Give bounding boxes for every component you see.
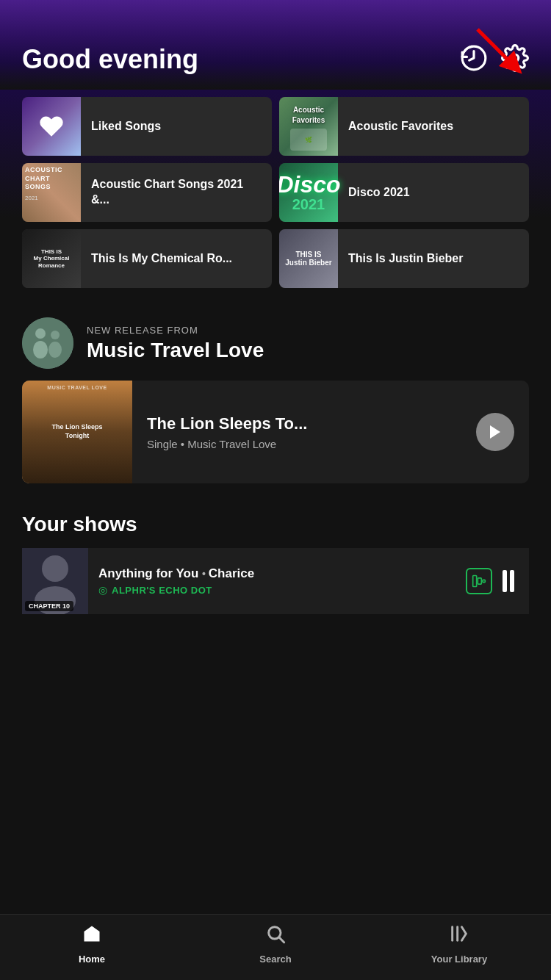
grid-item-acoustic-favorites[interactable]: AcousticFavorites 🌿 Acoustic Favorites	[279, 97, 529, 156]
home-label: Home	[79, 954, 105, 965]
svg-point-8	[48, 342, 62, 358]
svg-rect-15	[483, 580, 485, 582]
echo-dot-icon: ◎	[98, 584, 107, 596]
your-shows-section: Your shows CHAPTER 10 Anything for You •…	[0, 491, 551, 621]
acoustic-chart-label: Acoustic Chart Songs 2021 &...	[81, 177, 272, 208]
grid-item-bieber[interactable]: THIS ISJustin Bieber This Is Justin Bieb…	[279, 229, 529, 288]
acoustic-chart-thumb: ACOUSTICCHARTSONGS 2021	[22, 163, 81, 222]
chapter-badge: CHAPTER 10	[25, 601, 73, 611]
search-icon	[265, 923, 286, 949]
history-icon[interactable]	[460, 44, 488, 75]
new-release-card[interactable]: MUSIC TRAVEL LOVE The Lion SleepsTonight…	[22, 381, 529, 483]
grid-item-acoustic-chart[interactable]: ACOUSTICCHARTSONGS 2021 Acoustic Chart S…	[22, 163, 272, 222]
quick-grid: Liked Songs AcousticFavorites 🌿 Acoustic…	[22, 97, 529, 288]
your-shows-title: Your shows	[22, 513, 529, 536]
acoustic-favorites-label: Acoustic Favorites	[338, 119, 464, 134]
bieber-label: This Is Justin Bieber	[338, 251, 473, 267]
nav-item-search[interactable]: Search	[184, 923, 367, 965]
show-title: Anything for You • Charice	[98, 566, 455, 581]
disco-thumb: Disco 2021	[279, 163, 338, 222]
library-icon	[449, 923, 469, 949]
new-release-artist[interactable]: NEW RELEASE FROM Music Travel Love	[22, 317, 529, 369]
device-name: ALPHR'S ECHO DOT	[112, 585, 212, 596]
search-label: Search	[259, 954, 291, 965]
bottom-nav: Home Search Your Library	[0, 914, 551, 980]
settings-icon[interactable]	[501, 44, 529, 75]
artist-avatar	[22, 317, 73, 369]
mcr-label: This Is My Chemical Ro...	[81, 251, 242, 267]
header-icons	[460, 44, 529, 75]
new-release-from-label: NEW RELEASE FROM	[87, 325, 264, 336]
svg-point-7	[51, 331, 60, 339]
new-release-section: NEW RELEASE FROM Music Travel Love MUSIC…	[0, 303, 551, 491]
bieber-thumb: THIS ISJustin Bieber	[279, 229, 338, 288]
disco-label: Disco 2021	[338, 185, 420, 201]
liked-songs-label: Liked Songs	[81, 119, 171, 134]
svg-rect-14	[478, 578, 481, 584]
nav-item-home[interactable]: Home	[0, 923, 184, 965]
grid-item-disco[interactable]: Disco 2021 Disco 2021	[279, 163, 529, 222]
svg-point-4	[22, 317, 73, 369]
acoustic-favorites-thumb: AcousticFavorites 🌿	[279, 97, 338, 156]
pause-button[interactable]	[503, 570, 514, 592]
svg-line-17	[279, 937, 284, 942]
grid-item-liked-songs[interactable]: Liked Songs	[22, 97, 272, 156]
nav-item-library[interactable]: Your Library	[367, 923, 551, 965]
show-thumb: CHAPTER 10	[22, 548, 88, 614]
svg-point-6	[33, 341, 48, 359]
new-release-text: NEW RELEASE FROM Music Travel Love	[87, 325, 264, 362]
device-badge: ◎ ALPHR'S ECHO DOT	[98, 584, 455, 596]
svg-rect-13	[473, 576, 477, 587]
release-title: The Lion Sleeps To...	[147, 414, 461, 433]
release-thumb: MUSIC TRAVEL LOVE The Lion SleepsTonight	[22, 381, 132, 483]
mcr-thumb: THIS ISMy ChemicalRomance	[22, 229, 81, 288]
now-playing-info: Anything for You • Charice ◎ ALPHR'S ECH…	[88, 566, 466, 596]
svg-point-5	[35, 328, 46, 339]
quick-grid-section: Liked Songs AcousticFavorites 🌿 Acoustic…	[0, 90, 551, 303]
svg-marker-9	[490, 425, 500, 439]
release-info: The Lion Sleeps To... Single • Music Tra…	[132, 414, 476, 450]
header: Good evening	[0, 0, 551, 90]
speaker-icon[interactable]	[466, 568, 492, 594]
playback-controls	[466, 568, 529, 594]
grid-item-mcr[interactable]: THIS ISMy ChemicalRomance This Is My Che…	[22, 229, 272, 288]
svg-point-11	[42, 555, 68, 582]
library-label: Your Library	[431, 954, 487, 965]
play-button[interactable]	[476, 413, 514, 451]
greeting-title: Good evening	[22, 44, 198, 75]
now-playing-bar[interactable]: CHAPTER 10 Anything for You • Charice ◎ …	[22, 548, 529, 614]
artist-name: Music Travel Love	[87, 339, 264, 362]
release-subtitle: Single • Music Travel Love	[147, 438, 461, 450]
liked-songs-thumb	[22, 97, 81, 156]
home-icon	[82, 923, 102, 949]
svg-point-3	[511, 54, 519, 62]
